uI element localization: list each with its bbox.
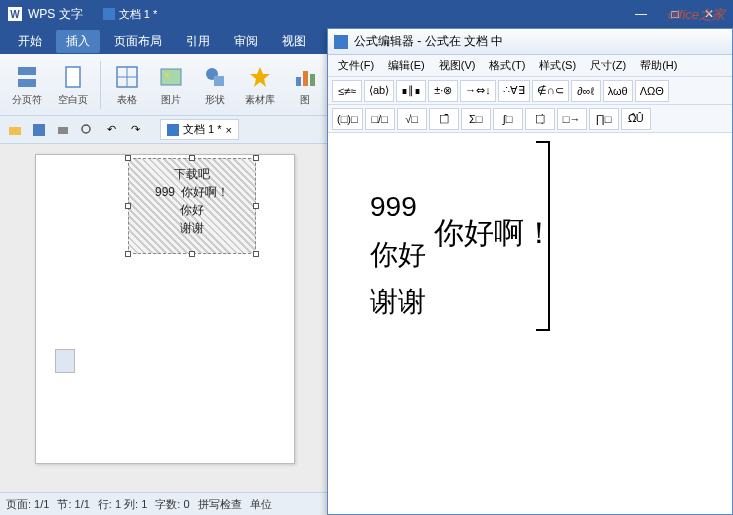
equation-editor-title: 公式编辑器 - 公式在 文档 中 [354,33,503,50]
eq-tool-spaces[interactable]: ⟨ab⟩ [364,80,394,102]
svg-rect-0 [18,67,36,75]
eq-menu-help[interactable]: 帮助(H) [634,56,683,75]
ribbon-chart[interactable]: 图 [287,63,323,107]
ribbon-picture[interactable]: 图片 [153,63,189,107]
status-page[interactable]: 页面: 1/1 [6,497,49,512]
resize-handle[interactable] [125,155,131,161]
table-icon [113,63,141,91]
watermark-text: office之家 [668,6,725,24]
svg-rect-15 [33,124,45,136]
app-title: WPS 文字 [28,6,83,23]
undo-icon[interactable]: ↶ [102,121,120,139]
resize-handle[interactable] [125,251,131,257]
eq-tool-embellish[interactable]: ∎∥∎ [396,80,426,102]
svg-rect-1 [18,79,36,87]
eq-tpl-radical[interactable]: √□ [397,108,427,130]
eq-tool-misc[interactable]: ∂∞ℓ [571,80,601,102]
picture-icon [157,63,185,91]
eq-tool-greek-lower[interactable]: λωθ [603,80,633,102]
document-tab[interactable]: 文档 1 * [103,7,158,22]
svg-point-17 [82,125,90,133]
equation-editor-titlebar[interactable]: 公式编辑器 - 公式在 文档 中 [328,29,732,55]
quick-doc-tab[interactable]: 文档 1 * × [160,119,239,140]
menu-view[interactable]: 视图 [272,30,316,53]
menu-references[interactable]: 引用 [176,30,220,53]
ribbon-page-break[interactable]: 分页符 [8,63,46,107]
eq-tpl-sum[interactable]: Σ□ [461,108,491,130]
status-position[interactable]: 行: 1 列: 1 [98,497,148,512]
menu-review[interactable]: 审阅 [224,30,268,53]
ribbon-table[interactable]: 表格 [109,63,145,107]
equation-canvas[interactable]: 999 你好 谢谢 你好啊！ [328,133,732,513]
eq-tpl-hat[interactable]: Ω̂Û [621,108,651,130]
eq-menu-edit[interactable]: 编辑(E) [382,56,431,75]
menu-start[interactable]: 开始 [8,30,52,53]
status-spellcheck[interactable]: 拼写检查 [198,497,242,512]
eq-symbol-toolbar-1: ≤≠≈ ⟨ab⟩ ∎∥∎ ±∙⊗ →⇔↓ ∴∀∃ ∉∩⊂ ∂∞ℓ λωθ ΛΩΘ [328,77,732,105]
eq-tool-arrows[interactable]: →⇔↓ [460,80,496,102]
open-icon[interactable] [6,121,24,139]
nav-thumbnail[interactable] [55,349,75,373]
eq-tool-logic[interactable]: ∴∀∃ [498,80,530,102]
menu-insert[interactable]: 插入 [56,30,100,53]
close-tab-icon[interactable]: × [226,124,232,136]
status-section[interactable]: 节: 1/1 [57,497,89,512]
chart-icon [291,63,319,91]
save-icon[interactable] [30,121,48,139]
svg-rect-6 [161,69,181,85]
eq-tpl-product[interactable]: ∏□ [589,108,619,130]
eq-tpl-underover[interactable]: □̣̇ [525,108,555,130]
svg-rect-2 [66,67,80,87]
print-icon[interactable] [54,121,72,139]
eq-menu-format[interactable]: 格式(T) [483,56,531,75]
menu-page-layout[interactable]: 页面布局 [104,30,172,53]
eq-menu-style[interactable]: 样式(S) [533,56,582,75]
eq-template-toolbar-2: (□)□ □/□ √□ □̄ Σ□ ∫□ □̣̇ □→ ∏□ Ω̂Û [328,105,732,133]
eq-menu-view[interactable]: 视图(V) [433,56,482,75]
minimize-button[interactable]: — [625,4,657,24]
eq-tpl-fraction[interactable]: □/□ [365,108,395,130]
formula-object-selected[interactable]: 下载吧 999你好啊！ 你好 谢谢 [128,158,256,254]
ribbon-library[interactable]: 素材库 [241,63,279,107]
preview-icon[interactable] [78,121,96,139]
svg-rect-9 [214,76,224,86]
equation-left-column: 999 你好 谢谢 [370,183,426,326]
shapes-icon [201,63,229,91]
eq-menu-file[interactable]: 文件(F) [332,56,380,75]
eq-tool-greek-upper[interactable]: ΛΩΘ [635,80,669,102]
eq-tpl-integral[interactable]: ∫□ [493,108,523,130]
svg-rect-14 [9,127,21,135]
eq-menu-size[interactable]: 尺寸(Z) [584,56,632,75]
redo-icon[interactable]: ↷ [126,121,144,139]
document-icon [103,8,115,20]
status-chars[interactable]: 字数: 0 [155,497,189,512]
resize-handle[interactable] [189,251,195,257]
document-tab-label: 文档 1 * [119,7,158,22]
eq-tool-set[interactable]: ∉∩⊂ [532,80,569,102]
svg-rect-13 [310,74,315,86]
eq-tpl-fences[interactable]: (□)□ [332,108,363,130]
ribbon-blank-page[interactable]: 空白页 [54,63,92,107]
status-bar: 页面: 1/1 节: 1/1 行: 1 列: 1 字数: 0 拼写检查 单位 [0,492,327,515]
eq-tpl-labeled-arrow[interactable]: □→ [557,108,587,130]
eq-tool-relations[interactable]: ≤≠≈ [332,80,362,102]
blank-page-icon [59,63,87,91]
wps-app-icon: W [8,7,22,21]
svg-rect-11 [296,77,301,86]
ribbon-shapes[interactable]: 形状 [197,63,233,107]
equation-editor-icon [334,35,348,49]
status-extra[interactable]: 单位 [250,497,272,512]
resize-handle[interactable] [125,203,131,209]
resize-handle[interactable] [189,155,195,161]
eq-tpl-bar[interactable]: □̄ [429,108,459,130]
equation-right-text: 你好啊！ [434,213,554,254]
svg-marker-10 [250,67,270,87]
titlebar[interactable]: W WPS 文字 文档 1 * — □ ✕ office之家 [0,0,733,28]
svg-rect-12 [303,71,308,86]
star-icon [246,63,274,91]
resize-handle[interactable] [253,251,259,257]
resize-handle[interactable] [253,155,259,161]
eq-tool-operators[interactable]: ±∙⊗ [428,80,458,102]
resize-handle[interactable] [253,203,259,209]
formula-preview: 下载吧 999你好啊！ 你好 谢谢 [129,159,255,237]
